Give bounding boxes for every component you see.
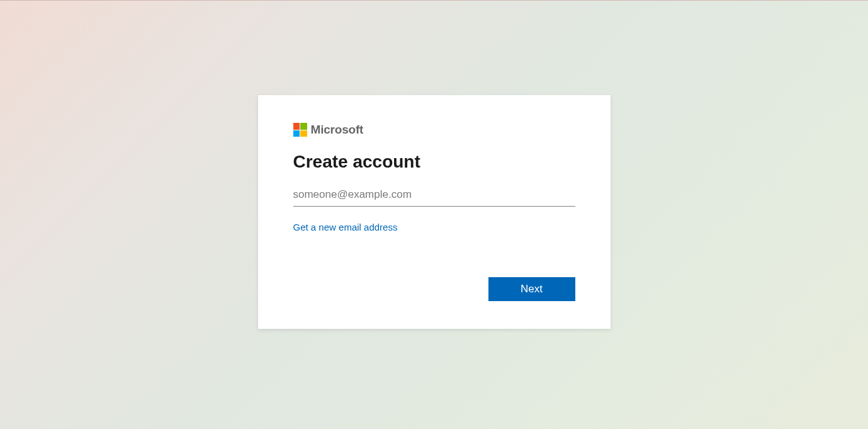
button-row: Next [293, 277, 575, 301]
signup-card: Microsoft Create account Get a new email… [258, 95, 611, 329]
next-button[interactable]: Next [488, 277, 575, 301]
microsoft-logo-icon [293, 123, 307, 137]
page-title: Create account [293, 152, 575, 172]
get-new-email-link[interactable]: Get a new email address [293, 222, 398, 232]
brand-row: Microsoft [293, 123, 575, 137]
brand-name: Microsoft [311, 123, 364, 137]
email-field[interactable] [293, 183, 575, 207]
